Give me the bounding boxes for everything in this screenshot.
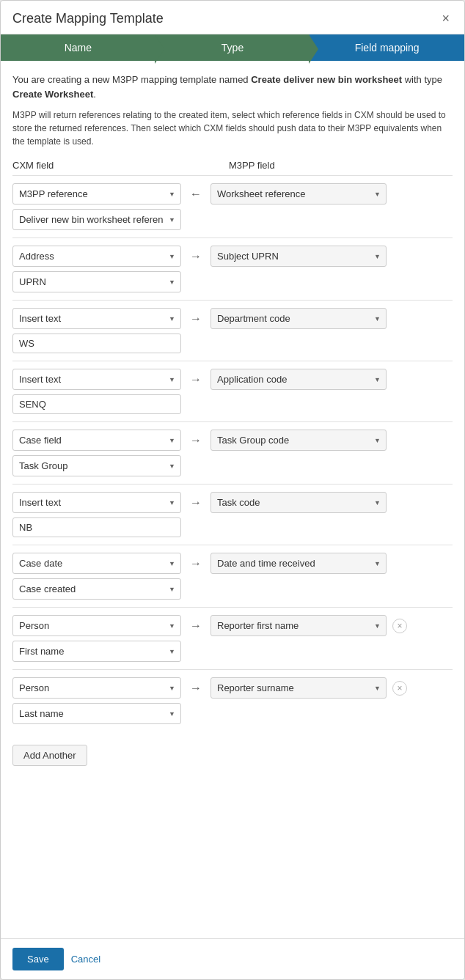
sub-select-wrapper-8[interactable]: First name xyxy=(12,641,453,662)
arrow-2: → xyxy=(187,250,205,263)
remove-button-9[interactable]: × xyxy=(392,681,407,696)
cxm-select-9[interactable]: Person xyxy=(12,677,181,699)
sub-cxm-select-9[interactable]: Last name xyxy=(12,703,181,724)
mapping-row-9-top: Person → Reporter surname × xyxy=(12,677,453,699)
m3pp-select-5[interactable]: Task Group code xyxy=(210,430,387,451)
mapping-row-1: M3PP reference ← Worksheet reference Del… xyxy=(12,175,453,237)
text-input-wrapper-6[interactable] xyxy=(12,513,453,537)
mapping-row-2-top: Address → Subject UPRN xyxy=(12,246,453,267)
m3pp-select-1[interactable]: Worksheet reference xyxy=(210,183,387,205)
cxm-select-3[interactable]: Insert text xyxy=(12,308,181,329)
cxm-select-8[interactable]: Person xyxy=(12,615,181,636)
mapping-row-2: Address → Subject UPRN UPRN xyxy=(12,237,453,300)
cxm-select-wrapper-7[interactable]: Case date xyxy=(12,553,181,574)
m3pp-select-4[interactable]: Application code xyxy=(210,369,387,390)
cxm-select-5[interactable]: Case field xyxy=(12,430,181,451)
mapping-row-8: Person → Reporter first name × First nam… xyxy=(12,607,453,669)
sub-select-wrapper-2[interactable]: UPRN xyxy=(12,271,453,292)
arrow-7: → xyxy=(187,557,205,570)
text-input-6[interactable] xyxy=(12,517,181,537)
step-type-label: Type xyxy=(221,42,244,54)
close-button[interactable]: × xyxy=(439,11,453,26)
m3pp-select-2[interactable]: Subject UPRN xyxy=(210,246,387,267)
mapping-row-8-top: Person → Reporter first name × xyxy=(12,615,453,636)
cxm-select-wrapper-9[interactable]: Person xyxy=(12,677,181,699)
sub-cxm-select-8[interactable]: First name xyxy=(12,641,181,662)
cxm-select-wrapper-8[interactable]: Person xyxy=(12,615,181,636)
step-type[interactable]: Type xyxy=(155,34,310,61)
save-button[interactable]: Save xyxy=(12,948,64,970)
m3pp-select-9[interactable]: Reporter surname xyxy=(210,677,387,699)
cxm-select-wrapper-2[interactable]: Address xyxy=(12,246,181,267)
m3pp-select-7[interactable]: Date and time received xyxy=(210,553,387,574)
m3pp-column-header: M3PP field xyxy=(229,160,275,171)
modal-title: Create Mapping Template xyxy=(12,11,164,26)
cxm-select-wrapper-1[interactable]: M3PP reference xyxy=(12,183,181,205)
m3pp-select-wrapper-7[interactable]: Date and time received xyxy=(210,553,387,574)
add-another-button[interactable]: Add Another xyxy=(12,745,87,766)
sub-cxm-select-wrapper-7[interactable]: Case created xyxy=(12,578,181,600)
text-input-wrapper-3[interactable] xyxy=(12,329,453,353)
text-input-3[interactable] xyxy=(12,334,181,353)
sub-cxm-select-wrapper-1[interactable]: Deliver new bin worksheet reference xyxy=(12,209,181,230)
sub-cxm-select-wrapper-5[interactable]: Task Group xyxy=(12,455,181,476)
mapping-row-1-top: M3PP reference ← Worksheet reference xyxy=(12,183,453,205)
m3pp-select-6[interactable]: Task code xyxy=(210,492,387,513)
modal-body: You are creating a new M3PP mapping temp… xyxy=(1,61,464,938)
sub-select-wrapper-1[interactable]: Deliver new bin worksheet reference xyxy=(12,209,453,230)
text-input-4[interactable] xyxy=(12,394,181,414)
mapping-row-3-top: Insert text → Department code xyxy=(12,308,453,329)
remove-button-8[interactable]: × xyxy=(392,619,407,633)
cxm-select-6[interactable]: Insert text xyxy=(12,492,181,513)
type-name: Create Worksheet xyxy=(12,89,93,100)
cxm-select-2[interactable]: Address xyxy=(12,246,181,267)
m3pp-select-wrapper-4[interactable]: Application code xyxy=(210,369,387,390)
description-period: . xyxy=(93,89,96,100)
m3pp-select-wrapper-2[interactable]: Subject UPRN xyxy=(210,246,387,267)
wizard-steps: Name Type Field mapping xyxy=(1,34,464,61)
m3pp-select-3[interactable]: Department code xyxy=(210,308,387,329)
cxm-select-wrapper-4[interactable]: Insert text xyxy=(12,369,181,390)
arrow-4: → xyxy=(187,373,205,386)
arrow-6: → xyxy=(187,496,205,509)
sub-cxm-select-5[interactable]: Task Group xyxy=(12,455,181,476)
m3pp-select-wrapper-9[interactable]: Reporter surname xyxy=(210,677,387,699)
m3pp-select-wrapper-6[interactable]: Task code xyxy=(210,492,387,513)
cxm-select-wrapper-5[interactable]: Case field xyxy=(12,430,181,451)
text-input-wrapper-4[interactable] xyxy=(12,390,453,414)
step-field[interactable]: Field mapping xyxy=(310,34,464,61)
description-middle: with type xyxy=(402,74,442,85)
sub-cxm-select-1[interactable]: Deliver new bin worksheet reference xyxy=(12,209,181,230)
field-headers: CXM field M3PP field xyxy=(12,160,453,171)
arrow-9: → xyxy=(187,682,205,695)
sub-cxm-select-2[interactable]: UPRN xyxy=(12,271,181,292)
m3pp-select-wrapper-8[interactable]: Reporter first name xyxy=(210,615,387,636)
m3pp-select-wrapper-3[interactable]: Department code xyxy=(210,308,387,329)
cxm-select-7[interactable]: Case date xyxy=(12,553,181,574)
sub-cxm-select-wrapper-9[interactable]: Last name xyxy=(12,703,181,724)
sub-cxm-select-wrapper-8[interactable]: First name xyxy=(12,641,181,662)
m3pp-select-8[interactable]: Reporter first name xyxy=(210,615,387,636)
cxm-select-wrapper-6[interactable]: Insert text xyxy=(12,492,181,513)
mapping-row-5: Case field → Task Group code Task Group xyxy=(12,421,453,484)
cxm-select-4[interactable]: Insert text xyxy=(12,369,181,390)
arrow-5: → xyxy=(187,434,205,447)
sub-select-wrapper-5[interactable]: Task Group xyxy=(12,455,453,476)
sub-select-wrapper-7[interactable]: Case created xyxy=(12,578,453,600)
sub-cxm-select-wrapper-2[interactable]: UPRN xyxy=(12,271,181,292)
arrow-3: → xyxy=(187,312,205,325)
mapping-row-6: Insert text → Task code xyxy=(12,484,453,545)
info-text: M3PP will return references relating to … xyxy=(12,108,453,148)
m3pp-select-wrapper-5[interactable]: Task Group code xyxy=(210,430,387,451)
cancel-button[interactable]: Cancel xyxy=(71,954,100,965)
step-name[interactable]: Name xyxy=(1,34,155,61)
mapping-row-4: Insert text → Application code xyxy=(12,361,453,421)
m3pp-select-wrapper-1[interactable]: Worksheet reference xyxy=(210,183,387,205)
sub-select-wrapper-9[interactable]: Last name xyxy=(12,703,453,724)
step-name-label: Name xyxy=(65,42,92,54)
step-field-label: Field mapping xyxy=(355,42,420,54)
cxm-select-1[interactable]: M3PP reference xyxy=(12,183,181,205)
mapping-row-3: Insert text → Department code xyxy=(12,300,453,361)
cxm-select-wrapper-3[interactable]: Insert text xyxy=(12,308,181,329)
sub-cxm-select-7[interactable]: Case created xyxy=(12,578,181,600)
